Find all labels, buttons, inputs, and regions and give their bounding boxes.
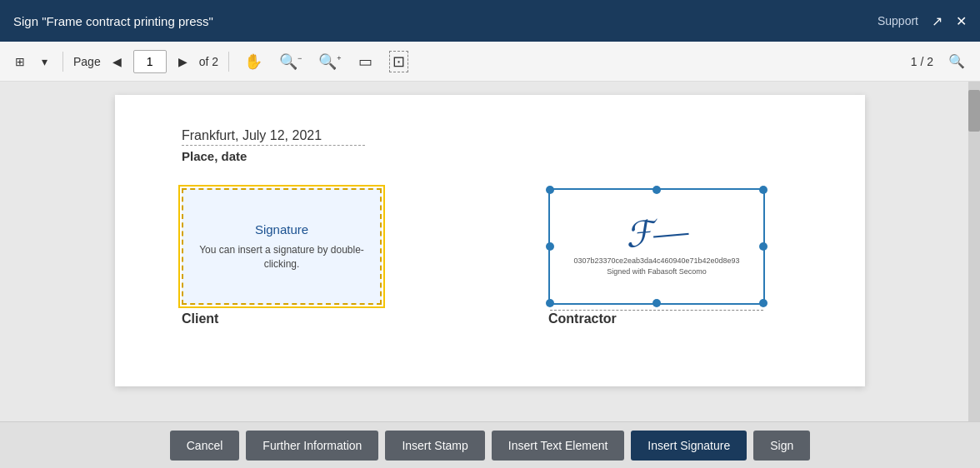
signature-cursive: ℱ― [624, 213, 689, 253]
page-label: Page [73, 55, 101, 68]
external-link-icon[interactable]: ↗ [932, 13, 942, 29]
next-page-button[interactable]: ▶ [173, 52, 192, 72]
view-dropdown-button[interactable]: ▾ [37, 52, 52, 72]
pdf-page: Frankfurt, July 12, 2021 Place, date Sig… [115, 95, 865, 386]
zoom-out-icon: 🔍− [279, 52, 302, 71]
toolbar-separator-1 [62, 52, 63, 72]
handle-mid-right[interactable] [759, 242, 768, 251]
page-input[interactable] [133, 50, 167, 73]
handle-top-mid[interactable] [652, 186, 661, 194]
action-bar: Cancel Further Information Insert Stamp … [0, 421, 980, 468]
signature-box-filled[interactable]: ℱ― 0307b23370ce2eab3da4c460940e71b42e0d8… [548, 188, 765, 326]
handle-bot-left[interactable] [546, 299, 554, 307]
sig-hash-text: 0307b23370ce2eab3da4c460940e71b42e0d8e93 [573, 256, 739, 266]
prev-page-icon: ◀ [112, 55, 122, 68]
signatures-row: Signature You can insert a signature by … [182, 188, 798, 326]
place-date-label: Place, date [182, 149, 798, 163]
title-bar: Sign "Frame contract printing press" Sup… [0, 0, 980, 42]
prev-page-button[interactable]: ◀ [108, 52, 127, 72]
sig-content: ℱ― 0307b23370ce2eab3da4c460940e71b42e0d8… [550, 190, 763, 303]
insert-signature-button[interactable]: Insert Signature [631, 431, 747, 461]
signature-box-empty[interactable]: Signature You can insert a signature by … [182, 188, 382, 326]
further-info-button[interactable]: Further Information [246, 431, 378, 461]
pan-icon: ✋ [244, 52, 262, 71]
dropdown-icon: ▾ [42, 55, 48, 68]
fit-page-button[interactable]: ▭ [353, 49, 378, 74]
search-button[interactable]: 🔍 [943, 50, 970, 72]
toolbar-right: 1 / 2 🔍 [911, 50, 970, 72]
toolbar-separator-2 [228, 52, 229, 72]
cancel-button[interactable]: Cancel [170, 431, 240, 461]
pdf-viewer[interactable]: Frankfurt, July 12, 2021 Place, date Sig… [0, 82, 980, 421]
zoom-in-icon: 🔍+ [318, 52, 341, 71]
insert-stamp-button[interactable]: Insert Stamp [385, 431, 484, 461]
sign-button[interactable]: Sign [753, 431, 810, 461]
handle-bot-right[interactable] [759, 299, 768, 307]
view-toggle-button[interactable]: ⊞ [10, 52, 30, 72]
document-date: Frankfurt, July 12, 2021 [182, 128, 798, 143]
window-title: Sign "Frame contract printing press" [13, 14, 213, 28]
search-icon: 🔍 [948, 53, 965, 69]
scrollbar-track[interactable] [968, 82, 980, 421]
title-bar-actions: Support ↗ ✕ [878, 13, 967, 29]
page-counter: 1 / 2 [911, 55, 933, 68]
handle-top-right[interactable] [759, 186, 768, 194]
sig-empty-desc: You can insert a signature by double-cli… [197, 243, 367, 271]
handle-top-left[interactable] [546, 186, 554, 194]
fit-width-icon: ⊡ [389, 51, 408, 72]
insert-text-button[interactable]: Insert Text Element [492, 431, 625, 461]
fit-width-button[interactable]: ⊡ [384, 47, 413, 76]
filled-sig-area[interactable]: ℱ― 0307b23370ce2eab3da4c460940e71b42e0d8… [548, 188, 765, 305]
zoom-in-button[interactable]: 🔍+ [313, 49, 346, 74]
contractor-label: Contractor [548, 311, 765, 326]
empty-sig-area[interactable]: Signature You can insert a signature by … [182, 188, 382, 305]
sig-dotted-line [550, 310, 763, 311]
scrollbar-thumb[interactable] [968, 90, 980, 132]
handle-bot-mid[interactable] [652, 299, 661, 307]
sig-empty-title: Signature [255, 222, 308, 236]
date-underline [182, 145, 365, 146]
page-of-label: of 2 [199, 55, 218, 68]
view-grid-icon: ⊞ [15, 55, 25, 68]
sig-signed-with: Signed with Fabasoft Secomo [607, 266, 707, 277]
support-link[interactable]: Support [878, 14, 918, 27]
pan-tool-button[interactable]: ✋ [239, 49, 268, 74]
handle-mid-left[interactable] [546, 242, 554, 251]
fit-page-icon: ▭ [358, 52, 372, 71]
close-icon[interactable]: ✕ [956, 13, 967, 29]
main-area: Frankfurt, July 12, 2021 Place, date Sig… [0, 82, 980, 421]
toolbar: ⊞ ▾ Page ◀ ▶ of 2 ✋ 🔍− 🔍+ ▭ ⊡ 1 / 2 🔍 [0, 42, 980, 82]
client-label: Client [182, 311, 382, 326]
zoom-out-button[interactable]: 🔍− [274, 49, 307, 74]
next-page-icon: ▶ [178, 55, 188, 68]
